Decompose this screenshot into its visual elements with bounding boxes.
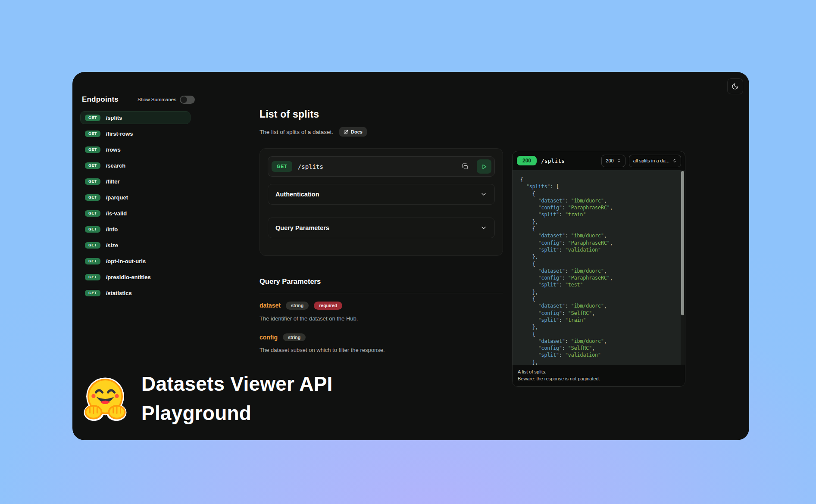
endpoint-path: /rows xyxy=(106,146,121,153)
param-type-badge: string xyxy=(283,333,306,342)
endpoint-path: /size xyxy=(106,242,118,249)
sidebar-item-parquet[interactable]: GET/parquet xyxy=(80,191,191,204)
response-body: { "splits": [ { "dataset": "ibm/duorc", … xyxy=(513,170,685,365)
page-title: List of splits xyxy=(259,109,319,120)
example-select[interactable]: all splits in a da... xyxy=(629,155,681,167)
param-description: The identifier of the dataset on the Hub… xyxy=(259,315,503,322)
chevron-down-icon xyxy=(480,224,487,231)
scrollbar-thumb[interactable] xyxy=(681,171,684,315)
sidebar-item-presidio-entities[interactable]: GET/presidio-entities xyxy=(80,271,191,283)
sidebar-item-search[interactable]: GET/search xyxy=(80,159,191,172)
up-down-chevron-icon xyxy=(617,159,621,163)
accordion-label: Query Parameters xyxy=(275,224,329,231)
docs-button-label: Docs xyxy=(351,129,363,134)
sidebar-item-splits[interactable]: GET/splits xyxy=(80,111,191,124)
request-panel: GET /splits Authentication xyxy=(259,148,503,256)
sidebar-item-info[interactable]: GET/info xyxy=(80,223,191,236)
external-link-icon xyxy=(344,130,348,134)
response-json[interactable]: { "splits": [ { "dataset": "ibm/duorc", … xyxy=(513,170,685,365)
status-code-select-value: 200 xyxy=(606,158,613,163)
param-required-badge: required xyxy=(314,302,342,310)
sidebar-item-rows[interactable]: GET/rows xyxy=(80,143,191,156)
endpoint-path: /parquet xyxy=(106,194,128,201)
show-summaries-toggle[interactable] xyxy=(180,96,195,104)
sidebar-item-size[interactable]: GET/size xyxy=(80,239,191,252)
sidebar-item-statistics[interactable]: GET/statistics xyxy=(80,286,191,299)
show-summaries-label: Show Summaries xyxy=(138,97,176,102)
method-badge: GET xyxy=(85,131,100,137)
method-badge: GET xyxy=(85,242,100,249)
app-card: Endpoints Show Summaries GET/splitsGET/f… xyxy=(72,72,749,440)
sidebar-header: Endpoints Show Summaries xyxy=(80,95,196,104)
method-badge: GET xyxy=(85,274,100,280)
play-icon xyxy=(481,164,487,170)
example-select-value: all splits in a da... xyxy=(633,158,669,163)
query-parameters-section: Query Parameters dataset string required… xyxy=(259,277,503,353)
method-badge: GET xyxy=(85,226,100,233)
method-badge: GET xyxy=(85,194,100,201)
sidebar-item-filter[interactable]: GET/filter xyxy=(80,175,191,188)
endpoint-path: /statistics xyxy=(106,290,132,296)
param-config: config string The dataset subset on whic… xyxy=(259,333,503,354)
method-badge: GET xyxy=(85,210,100,217)
divider xyxy=(259,293,503,293)
method-badge: GET xyxy=(85,115,100,121)
response-panel: 200 /splits 200 all splits in a da... xyxy=(512,151,685,387)
accordion-authentication[interactable]: Authentication xyxy=(268,184,495,205)
endpoint-path: /info xyxy=(106,226,118,233)
sidebar-item-first-rows[interactable]: GET/first-rows xyxy=(80,127,191,140)
status-badge: 200 xyxy=(517,156,537,165)
endpoint-path: /is-valid xyxy=(106,210,127,217)
response-footer-line: Beware: the response is not paginated. xyxy=(518,376,680,383)
request-bar: GET /splits xyxy=(268,156,495,177)
response-header: 200 /splits 200 all splits in a da... xyxy=(513,151,685,170)
page-description-row: The list of splits of a dataset. Docs xyxy=(259,127,367,137)
moon-icon xyxy=(732,83,739,90)
branding-title-line2: Playground xyxy=(141,398,333,428)
branding: Datasets Viewer API Playground xyxy=(81,369,333,428)
method-badge: GET xyxy=(85,146,100,153)
method-badge: GET xyxy=(85,290,100,296)
param-dataset: dataset string required The identifier o… xyxy=(259,302,503,322)
docs-button[interactable]: Docs xyxy=(339,127,367,137)
endpoint-path: /search xyxy=(106,162,126,169)
endpoint-path: /splits xyxy=(106,115,122,121)
branding-title-line1: Datasets Viewer API xyxy=(141,369,333,398)
endpoint-path: /first-rows xyxy=(106,131,133,137)
response-footer-line: A list of splits. xyxy=(518,369,680,376)
response-path: /splits xyxy=(541,158,565,164)
endpoint-path: /filter xyxy=(106,178,120,185)
status-code-select[interactable]: 200 xyxy=(601,155,625,167)
method-badge: GET xyxy=(85,178,100,185)
param-description: The dataset subset on which to filter th… xyxy=(259,347,503,353)
run-request-button[interactable] xyxy=(477,159,491,174)
query-parameters-heading: Query Parameters xyxy=(259,277,503,286)
copy-button[interactable] xyxy=(458,160,471,173)
sidebar: Endpoints Show Summaries GET/splitsGET/f… xyxy=(80,95,196,299)
up-down-chevron-icon xyxy=(672,159,677,163)
accordion-label: Authentication xyxy=(275,191,319,198)
endpoint-path: /opt-in-out-urls xyxy=(106,258,146,264)
toggle-knob xyxy=(181,96,187,103)
method-badge: GET xyxy=(85,258,100,264)
sidebar-item-opt-in-out-urls[interactable]: GET/opt-in-out-urls xyxy=(80,255,191,268)
chevron-down-icon xyxy=(480,191,487,198)
hugging-face-logo xyxy=(81,374,129,423)
theme-toggle-button[interactable] xyxy=(727,78,743,94)
page-description: The list of splits of a dataset. xyxy=(259,129,333,135)
sidebar-item-is-valid[interactable]: GET/is-valid xyxy=(80,207,191,220)
request-path: /splits xyxy=(298,163,323,170)
response-footer: A list of splits. Beware: the response i… xyxy=(513,365,685,386)
accordion-query-parameters[interactable]: Query Parameters xyxy=(268,218,495,238)
endpoint-path: /presidio-entities xyxy=(106,274,151,280)
copy-icon xyxy=(461,163,469,170)
method-badge: GET xyxy=(85,162,100,169)
request-method-badge: GET xyxy=(272,161,292,172)
param-name: dataset xyxy=(259,302,281,309)
param-name: config xyxy=(259,334,278,341)
endpoint-list: GET/splitsGET/first-rowsGET/rowsGET/sear… xyxy=(80,111,191,299)
sidebar-title: Endpoints xyxy=(82,95,119,104)
param-type-badge: string xyxy=(286,302,309,310)
